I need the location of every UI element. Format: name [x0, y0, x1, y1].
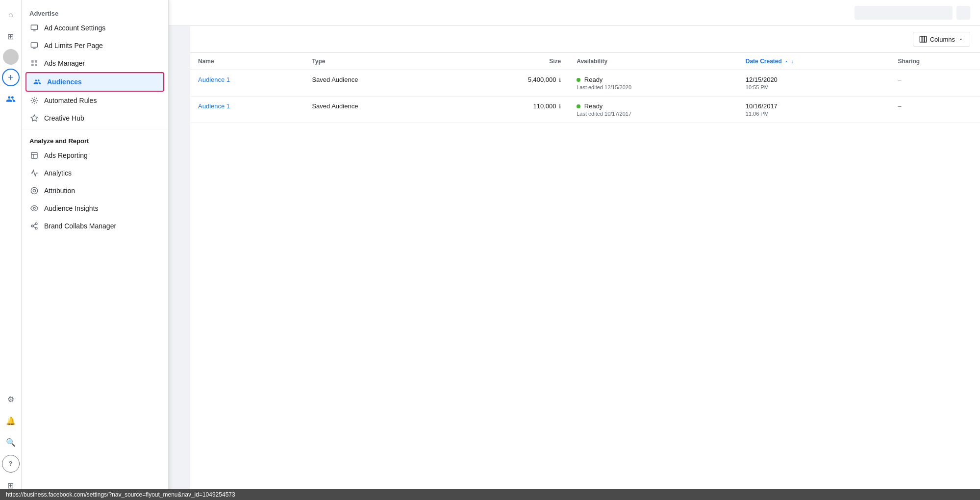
sidebar-item-ad-account-settings[interactable]: Ad Account Settings — [22, 19, 168, 37]
main-container: Audience Advertise Ad Account Settings — [22, 0, 980, 500]
content-area: Advertise Ad Account Settings Ad Limits … — [22, 26, 980, 500]
sidebar-item-audiences[interactable]: Audiences — [25, 72, 164, 92]
row1-date-created: 12/15/2020 10:55 PM — [738, 70, 890, 97]
audience-name-link-2[interactable]: Audience 1 — [198, 102, 230, 110]
automated-rules-icon — [29, 96, 39, 105]
bell-icon[interactable]: 🔔 — [2, 412, 20, 429]
size-info-icon-2[interactable]: ℹ — [559, 103, 561, 109]
header-search-box[interactable] — [854, 6, 953, 20]
sidebar-item-audience-insights[interactable]: Audience Insights — [22, 200, 168, 217]
attribution-label: Attribution — [44, 187, 75, 195]
header-search — [854, 6, 970, 20]
svg-point-12 — [31, 225, 33, 227]
table-row: Audience 1 Saved Audience 5,400,000 ℹ Re… — [190, 70, 980, 97]
add-icon[interactable]: + — [2, 69, 20, 86]
col-sharing: Sharing — [890, 53, 980, 70]
ads-reporting-icon — [29, 150, 39, 160]
row1-sharing: – — [890, 70, 980, 97]
flyout-divider — [22, 129, 168, 129]
row1-size: 5,400,000 ℹ — [452, 70, 569, 97]
status-bar-url: https://business.facebook.com/settings/?… — [6, 491, 235, 498]
row2-availability: Ready Last edited 10/17/2017 — [569, 97, 738, 123]
svg-rect-16 — [920, 36, 922, 42]
left-nav-bottom: ⚙ 🔔 🔍 ? ⊞ — [2, 388, 20, 496]
last-edited-2: Last edited 10/17/2017 — [577, 111, 730, 117]
chevron-down-icon — [958, 36, 964, 42]
audiences-icon — [32, 77, 42, 87]
audience-name-link[interactable]: Audience 1 — [198, 76, 230, 83]
analyze-section-title: Analyze and Report — [22, 131, 168, 147]
audience-insights-icon — [29, 203, 39, 213]
ads-manager-icon — [29, 58, 39, 68]
people-icon[interactable] — [2, 90, 20, 108]
col-availability: Availability — [569, 53, 738, 70]
svg-point-9 — [33, 189, 35, 192]
col-size: Size — [452, 53, 569, 70]
attribution-icon — [29, 186, 39, 196]
svg-line-14 — [33, 226, 36, 228]
ad-account-settings-icon — [29, 23, 39, 33]
flyout-menu: Advertise Ad Account Settings Ad Limits … — [22, 0, 169, 500]
avatar[interactable] — [3, 49, 19, 65]
sidebar-item-automated-rules[interactable]: Automated Rules — [22, 92, 168, 109]
row1-availability: Ready Last edited 12/15/2020 — [569, 70, 738, 97]
creative-hub-icon — [29, 113, 39, 123]
sidebar-item-ads-reporting[interactable]: Ads Reporting — [22, 147, 168, 164]
table-body: Audience 1 Saved Audience 5,400,000 ℹ Re… — [190, 70, 980, 123]
svg-rect-2 — [31, 43, 37, 47]
advertise-section-title: Advertise — [22, 6, 168, 19]
svg-line-15 — [33, 224, 36, 225]
sort-icon — [783, 59, 789, 65]
sidebar-item-creative-hub[interactable]: Creative Hub — [22, 109, 168, 127]
columns-label: Columns — [930, 36, 955, 43]
svg-rect-5 — [31, 152, 37, 158]
col-name: Name — [190, 53, 304, 70]
grid-icon[interactable]: ⊞ — [2, 27, 20, 45]
size-info-icon[interactable]: ℹ — [559, 77, 561, 83]
svg-marker-4 — [31, 115, 37, 121]
home-icon[interactable]: ⌂ — [2, 6, 20, 24]
ads-reporting-label: Ads Reporting — [44, 151, 88, 159]
row1-name: Audience 1 — [190, 70, 304, 97]
table-header-row: Name Type Size Availability Date Created… — [190, 53, 980, 70]
automated-rules-label: Automated Rules — [44, 97, 97, 104]
analytics-label: Analytics — [44, 169, 72, 177]
left-nav: ⌂ ⊞ + ⚙ 🔔 🔍 ? ⊞ — [0, 0, 22, 500]
col-type: Type — [304, 53, 452, 70]
svg-point-3 — [33, 100, 35, 101]
table-row: Audience 1 Saved Audience 110,000 ℹ Read… — [190, 97, 980, 123]
row2-type: Saved Audience — [304, 97, 452, 123]
help-icon[interactable]: ? — [2, 455, 20, 473]
svg-point-13 — [35, 227, 37, 229]
sidebar-item-analytics[interactable]: Analytics — [22, 164, 168, 182]
sidebar-item-attribution[interactable]: Attribution — [22, 182, 168, 200]
row1-type: Saved Audience — [304, 70, 452, 97]
sidebar-item-ads-manager[interactable]: Ads Manager — [22, 54, 168, 72]
audiences-label: Audiences — [47, 78, 82, 86]
columns-icon — [919, 35, 927, 43]
header-filter-btn[interactable] — [956, 6, 970, 20]
settings-icon[interactable]: ⚙ — [2, 390, 20, 408]
last-edited: Last edited 12/15/2020 — [577, 84, 730, 90]
ad-account-settings-label: Ad Account Settings — [44, 24, 105, 32]
columns-button[interactable]: Columns — [913, 32, 970, 47]
brand-collabs-label: Brand Collabs Manager — [44, 222, 116, 230]
svg-point-11 — [35, 223, 37, 225]
search-bottom-icon[interactable]: 🔍 — [2, 433, 20, 451]
status-dot-2 — [577, 104, 580, 108]
svg-point-8 — [31, 187, 37, 194]
col-date-created[interactable]: Date Created — [738, 53, 890, 70]
row2-date-created: 10/16/2017 11:06 PM — [738, 97, 890, 123]
ad-limits-icon — [29, 41, 39, 50]
sidebar-item-ad-limits[interactable]: Ad Limits Per Page — [22, 37, 168, 54]
analytics-icon — [29, 168, 39, 178]
audiences-table: Name Type Size Availability Date Created… — [190, 53, 980, 123]
row2-sharing: – — [890, 97, 980, 123]
table-wrapper: Columns Name Type Size Availability Date… — [190, 26, 980, 500]
svg-point-10 — [33, 207, 35, 209]
creative-hub-label: Creative Hub — [44, 114, 84, 122]
row2-size: 110,000 ℹ — [452, 97, 569, 123]
status-bar: https://business.facebook.com/settings/?… — [0, 489, 980, 500]
ad-limits-label: Ad Limits Per Page — [44, 42, 103, 50]
sidebar-item-brand-collabs[interactable]: Brand Collabs Manager — [22, 217, 168, 235]
